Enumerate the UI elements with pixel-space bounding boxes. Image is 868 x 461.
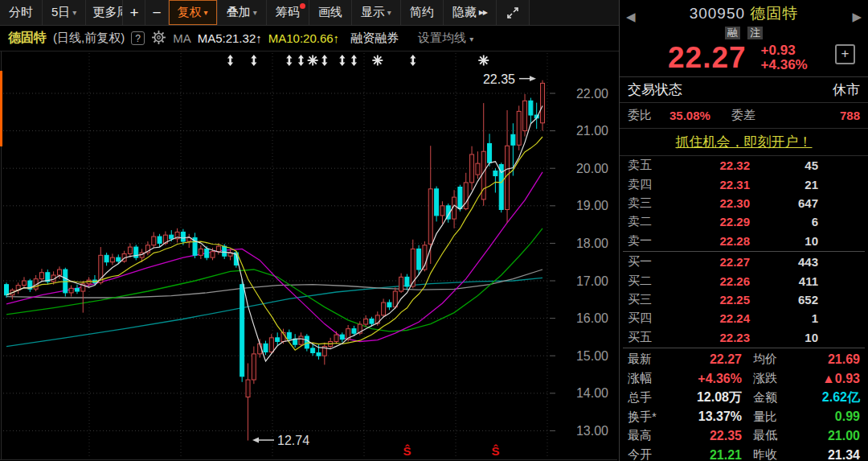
toolbar-button-11[interactable]: 隐藏▶▶ (444, 0, 497, 25)
level-volume: 10 (750, 331, 818, 344)
toolbar-button-1[interactable]: 5日▾ (43, 0, 86, 25)
add-to-watchlist-button[interactable]: + (835, 44, 855, 64)
bid-row[interactable]: 买五22.2310 (620, 328, 868, 347)
toolbar-button-0[interactable]: 分时 (0, 0, 43, 25)
toolbar-button-label: 显示 (361, 5, 385, 20)
quote-stats: 最新22.27均价21.69涨幅+4.36%涨跌▲0.93总手12.08万金额2… (620, 350, 868, 461)
event-marker-icon (321, 55, 327, 66)
stock-badges: 融 注 (620, 27, 868, 39)
bid-row[interactable]: 买二22.26411 (620, 271, 868, 290)
stock-title: 300950 德固特 (620, 0, 868, 24)
svg-text:16.00: 16.00 (576, 311, 608, 325)
bid-row[interactable]: 买一22.27443 (620, 253, 868, 271)
level-price: 22.30 (669, 196, 750, 210)
svg-text:14.00: 14.00 (576, 386, 608, 400)
level-label: 卖四 (628, 177, 669, 192)
gear-icon[interactable] (151, 30, 166, 47)
change-percent: +4.36% (761, 58, 808, 72)
level-price: 22.25 (669, 293, 750, 307)
toolbar-button-label: 分时 (9, 5, 33, 20)
event-marker-icon (339, 55, 345, 66)
stat-label: 涨幅 (628, 371, 668, 386)
fullscreen-icon[interactable] (497, 0, 530, 25)
stat-value: 12.08万 (668, 389, 742, 406)
level-price: 22.27 (669, 255, 750, 269)
svg-text:17.00: 17.00 (576, 274, 608, 288)
level-price: 22.32 (669, 158, 750, 172)
toolbar-button-10[interactable]: 简约 (401, 0, 444, 25)
toolbar-button-label: 更多周期 (92, 5, 123, 20)
ma-settings-dropdown[interactable]: 设置均线 ▾ (418, 31, 473, 46)
open-account-link[interactable]: 抓住机会，即刻开户！ (676, 133, 813, 151)
stat-value: 22.35 (668, 429, 742, 443)
chart-mode-label: (日线,前复权) (53, 31, 125, 46)
level-volume: 10 (750, 234, 818, 248)
stat-label: 涨跌 (753, 371, 795, 386)
toolbar-button-6[interactable]: 叠加▾ (218, 0, 267, 25)
chevron-down-icon: ▾ (387, 8, 391, 17)
level-volume: 443 (750, 255, 818, 269)
up-arrow-icon: ↑ (334, 31, 340, 45)
ask-levels: 卖五22.3245卖四22.3121卖三22.30647卖二22.296卖一22… (620, 156, 868, 250)
stat-value: 22.27 (668, 352, 742, 367)
level-volume: 647 (750, 196, 818, 210)
ex-dividend-marker: Ŝ (403, 444, 411, 458)
toolbar-button-3[interactable]: + (123, 0, 145, 25)
toolbar-button-8[interactable]: 画线 (309, 0, 352, 25)
stat-label: 最新 (628, 352, 668, 367)
candlestick-chart[interactable]: 22.0021.0020.0019.0018.0017.0016.0015.00… (0, 0, 619, 461)
stat-value: 21.69 (795, 352, 860, 367)
stat-row: 总手12.08万金额2.62亿 (620, 389, 868, 408)
stat-label: 总手 (628, 390, 668, 405)
toolbar-button-4[interactable]: − (145, 0, 168, 25)
ask-row[interactable]: 卖五22.3245 (620, 156, 868, 175)
toolbar-button-2[interactable]: 更多周期 (86, 0, 123, 25)
svg-text:22.00: 22.00 (576, 87, 608, 101)
note-badge: 注 (747, 27, 763, 39)
event-marker-icon (286, 55, 292, 66)
stat-value: 2.62亿 (795, 389, 860, 406)
stats-divider (623, 348, 865, 348)
stat-value: 0.99 (795, 410, 860, 424)
stat-label: 换手* (628, 410, 668, 425)
level-label: 卖五 (628, 158, 669, 173)
ask-row[interactable]: 卖三22.30647 (620, 194, 868, 212)
toolbar-button-7[interactable]: 筹码 (267, 0, 309, 25)
stat-value: ▲0.93 (795, 372, 860, 386)
weicha-label: 委差 (731, 108, 755, 123)
next-stock-arrow[interactable]: ▶ (852, 10, 862, 24)
level-price: 22.31 (669, 178, 750, 191)
low-price-annotation: 12.74 (277, 434, 309, 447)
stat-label: 今开 (628, 447, 668, 461)
stat-row: 涨幅+4.36%涨跌▲0.93 (620, 369, 868, 389)
help-icon[interactable]: ? (131, 31, 145, 45)
notification-dot-icon (300, 3, 305, 9)
margin-trading-link[interactable]: 融资融券 (350, 31, 399, 46)
toolbar-button-label: 叠加 (227, 5, 251, 20)
level-volume: 45 (750, 158, 818, 172)
prev-stock-arrow[interactable]: ◀ (626, 10, 636, 24)
ask-row[interactable]: 卖二22.296 (620, 212, 868, 231)
stat-row: 最高22.35最低21.00 (620, 426, 868, 446)
bid-row[interactable]: 买三22.25652 (620, 290, 868, 309)
stat-row: 最新22.27均价21.69 (620, 350, 868, 369)
toolbar-button-5[interactable]: 复权▾ (169, 0, 218, 25)
chevron-down-icon: ▾ (204, 8, 208, 17)
stat-value: 13.37% (668, 410, 742, 424)
level-volume: 6 (750, 215, 818, 228)
svg-text:21.00: 21.00 (576, 124, 608, 138)
bid-row[interactable]: 买四22.241 (620, 309, 868, 327)
svg-text:19.00: 19.00 (576, 199, 608, 212)
ask-row[interactable]: 卖一22.2810 (620, 232, 868, 250)
event-marker-icon (227, 55, 233, 66)
level-price: 22.23 (669, 331, 750, 344)
chevron-down-icon: ▾ (72, 8, 76, 17)
svg-text:18.00: 18.00 (576, 237, 608, 250)
up-arrow-icon: ↑ (256, 31, 262, 45)
toolbar-button-label: 筹码 (276, 5, 300, 20)
ask-row[interactable]: 卖四22.3121 (620, 175, 868, 193)
stock-code: 300950 (690, 5, 745, 22)
toolbar-button-label: + (129, 4, 138, 22)
toolbar-button-9[interactable]: 显示▾ (352, 0, 401, 25)
level-label: 卖三 (628, 196, 669, 211)
